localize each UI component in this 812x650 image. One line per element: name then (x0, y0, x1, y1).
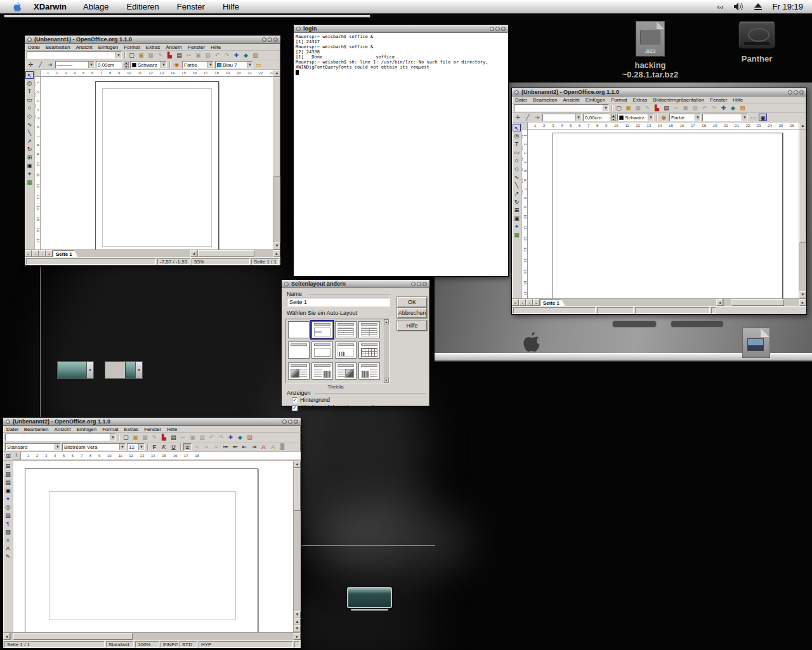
alignment-tool[interactable]: ⊞ (513, 206, 521, 214)
page-tab[interactable]: Seite 1 (540, 299, 565, 306)
minimize-icon[interactable] (411, 282, 416, 286)
datasource-tool[interactable]: ▥ (4, 512, 12, 519)
horizontal-scrollbar[interactable] (10, 633, 294, 640)
orphan-combo-widget[interactable]: ▼ (105, 361, 143, 379)
desktop-icon-panther-disk[interactable]: Panther (728, 21, 785, 63)
redo-icon[interactable]: ↷ (217, 434, 225, 441)
nonprinting-chars-tool[interactable]: ¶ (4, 520, 12, 527)
chevron-down-icon[interactable]: ▼ (115, 52, 121, 58)
apple-menu-icon[interactable] (13, 2, 22, 12)
Hilfe[interactable]: Hilfe (223, 2, 239, 11)
last-page-icon[interactable]: » (46, 250, 53, 257)
edit-points-icon[interactable]: ✛ (514, 114, 522, 121)
paste-icon[interactable]: ▨ (204, 51, 212, 59)
scroll-down-icon[interactable]: ▼ (294, 611, 301, 618)
align-center-icon[interactable]: ≡ (193, 443, 201, 451)
url-combo[interactable]: ▼ (27, 51, 122, 59)
Bildschirmpräsentation[interactable]: Bildschirmpräsentation (653, 97, 704, 103)
desktop-icon-package[interactable] (742, 328, 770, 358)
url-combo[interactable]: ▼ (5, 434, 116, 441)
draw-page[interactable] (95, 81, 219, 249)
input-menu-icon[interactable]: ‹·› (717, 3, 723, 11)
scroll-up-icon[interactable]: ▲ (294, 461, 301, 468)
online-layout-tool[interactable]: ≡ (4, 536, 12, 544)
open-icon[interactable]: ▣ (131, 434, 140, 441)
connector-tool[interactable]: ↗ (25, 137, 34, 145)
desktop-icon-hacking-archive[interactable]: .BZ2 hacking ~0.28.1.tar.bz2 (609, 21, 691, 79)
redo-icon[interactable]: ↷ (710, 104, 718, 112)
export-pdf-icon[interactable]: ▙ (653, 104, 661, 112)
close-icon[interactable] (422, 282, 427, 286)
arrange-tool[interactable]: ▣ (513, 215, 521, 222)
line-style-combo[interactable]: ———▼ (55, 61, 95, 69)
last-page-icon[interactable]: » (533, 299, 540, 306)
scroll-up-icon[interactable]: ▲ (799, 123, 806, 129)
save-icon[interactable]: ▦ (147, 51, 155, 59)
align-justify-icon[interactable]: ≡ (212, 443, 220, 451)
bold-icon[interactable]: F (150, 443, 159, 451)
writer-titlebar[interactable]: (Unbenannt2) - OpenOffice.org 1.1.0 (3, 418, 301, 426)
Bearbeiten[interactable]: Bearbeiten (24, 427, 49, 432)
bullet-list-icon[interactable]: ≕ (231, 443, 239, 451)
presentation-box-icon[interactable]: ▣ (759, 114, 767, 121)
edit-points-icon[interactable]: ✛ (27, 61, 35, 69)
layout-title-bullets[interactable] (335, 321, 357, 338)
Ansicht[interactable]: Ansicht (54, 427, 70, 432)
paragraph-style-combo[interactable]: Standard▼ (5, 443, 61, 451)
form-tool[interactable]: ▣ (4, 487, 12, 494)
export-pdf-icon[interactable]: ▙ (160, 434, 168, 441)
horizontal-ruler[interactable]: 1 2 3 4 5 6 7 8 9 10 11 12 13 14 15 16 1… (528, 123, 799, 129)
hyphenation-tool[interactable]: A (4, 545, 12, 552)
graphics-onoff-tool[interactable]: ▨ (4, 528, 12, 536)
background-color-icon[interactable]: ▉ (278, 443, 287, 451)
terminal-output[interactable]: Mauersp:~ weisbach$ soffice &[1] 24317Ma… (294, 33, 508, 276)
new-doc-icon[interactable]: ▢ (128, 51, 136, 59)
connector-tool[interactable]: ↗ (513, 190, 521, 197)
font-color-icon[interactable]: A (259, 443, 268, 451)
Hilfe[interactable]: Hilfe (733, 97, 743, 103)
alignment-tool[interactable]: ⊞ (25, 154, 34, 161)
Ablage[interactable]: Ablage (83, 2, 108, 11)
layout-title-two-content[interactable] (358, 321, 380, 338)
fill-style-combo[interactable]: Farbe▼ (669, 114, 701, 121)
open-icon[interactable]: ▣ (137, 51, 145, 59)
next-page-icon[interactable]: › (526, 299, 533, 306)
menu-bar-clock[interactable]: Fr 19:19 (773, 2, 803, 11)
cancel-button[interactable]: Abbrechen (397, 308, 427, 318)
ellipse-tool[interactable]: ○ (25, 104, 34, 112)
text-tool[interactable]: T (513, 140, 521, 148)
maximize-icon[interactable] (288, 420, 292, 424)
Hilfe[interactable]: Hilfe (167, 427, 177, 432)
chevron-down-icon[interactable]: ▼ (603, 105, 608, 111)
prev-page-icon[interactable]: ‹ (519, 299, 526, 306)
volume-icon[interactable] (733, 3, 743, 11)
Ansicht[interactable]: Ansicht (75, 44, 92, 50)
stylist-icon[interactable]: ◆ (236, 434, 244, 441)
stylist-icon[interactable]: ◆ (242, 51, 250, 59)
prev-page-icon[interactable]: ▲ (294, 618, 301, 625)
ok-button[interactable]: OK (397, 297, 427, 307)
line-color-combo[interactable]: Schwarz▼ (130, 61, 167, 69)
window-menu-icon[interactable] (6, 420, 10, 424)
print-icon[interactable]: ▤ (662, 104, 671, 112)
Fenster[interactable]: Fenster (710, 97, 727, 103)
terminal-titlebar[interactable]: login (294, 25, 508, 33)
save-icon[interactable]: ▦ (141, 434, 149, 441)
italic-icon[interactable]: K (160, 443, 168, 451)
cut-icon[interactable]: ✂ (672, 104, 680, 112)
align-left-icon[interactable]: ≡ (183, 443, 192, 451)
autotext-tool[interactable]: ✎ (4, 553, 12, 560)
Ändern[interactable]: Ändern (166, 44, 182, 50)
Fenster[interactable]: Fenster (188, 44, 205, 50)
line-width-stepper[interactable]: ▲▼ (124, 61, 129, 69)
maximize-icon[interactable] (794, 90, 798, 95)
arrow-style-icon[interactable]: ⇥ (46, 61, 54, 69)
Hilfe[interactable]: Hilfe (211, 44, 221, 50)
fill-style-combo[interactable]: Farbe▼ (182, 61, 214, 69)
impress-titlebar[interactable]: (Unbenannt2) - OpenOffice.org 1.1.0 (512, 88, 806, 96)
scroll-up-icon[interactable]: ▲ (273, 70, 280, 77)
undo-icon[interactable]: ↶ (207, 434, 216, 441)
decrease-indent-icon[interactable]: ⇤ (240, 443, 249, 451)
Fenster[interactable]: Fenster (144, 427, 161, 432)
new-doc-icon[interactable]: ▢ (122, 434, 130, 441)
